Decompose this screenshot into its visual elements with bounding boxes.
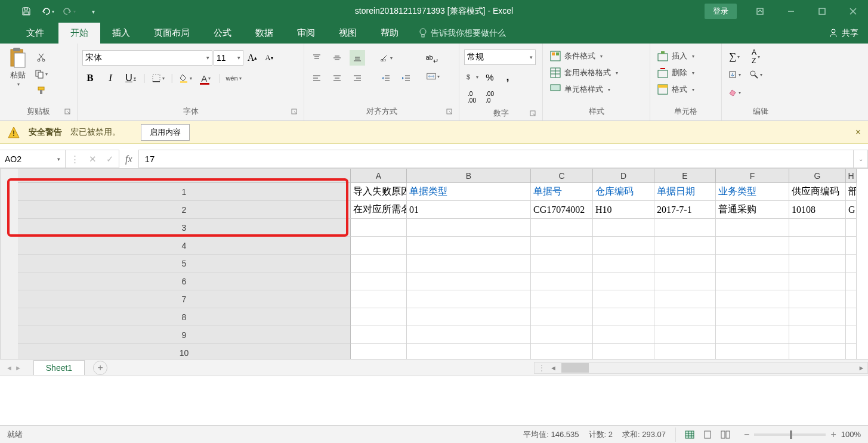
cell[interactable]: 普通采购 xyxy=(716,201,789,219)
cell[interactable] xyxy=(789,308,846,326)
scroll-right-icon[interactable]: ► xyxy=(855,364,867,371)
format-painter-icon[interactable] xyxy=(33,83,49,98)
number-dialog-icon[interactable] xyxy=(529,109,536,116)
cell[interactable] xyxy=(716,326,789,344)
select-all-corner[interactable] xyxy=(18,169,351,183)
autosum-icon[interactable]: ∑▾ xyxy=(727,49,742,64)
cell[interactable]: 2017-7-1 xyxy=(654,201,716,219)
row-header[interactable]: 10 xyxy=(18,344,351,360)
tab-data[interactable]: 数据 xyxy=(243,23,285,44)
wrap-text-icon[interactable]: ab↵ xyxy=(421,49,443,65)
cell[interactable] xyxy=(846,255,857,272)
cell[interactable] xyxy=(407,290,531,308)
conditional-formatting-button[interactable]: 条件格式▾ xyxy=(548,48,605,64)
undo-icon[interactable]: ▾ xyxy=(39,3,56,20)
cell[interactable]: 导入失败原因 xyxy=(351,183,407,201)
cell[interactable] xyxy=(351,237,407,255)
sheet-nav-first-icon[interactable]: ◄ xyxy=(6,364,13,371)
cell[interactable] xyxy=(593,290,654,308)
increase-decimal-icon[interactable]: .0.00 xyxy=(464,89,480,105)
cell[interactable]: 在对应所需名称或序数的集合中，未找到项目。 xyxy=(351,201,407,219)
cell[interactable] xyxy=(654,255,716,272)
close-icon[interactable] xyxy=(838,0,868,23)
cell[interactable] xyxy=(531,255,593,272)
sort-filter-icon[interactable]: AZ▾ xyxy=(748,49,764,64)
font-name-combo[interactable]: 宋体▾ xyxy=(82,50,212,66)
tab-insert[interactable]: 插入 xyxy=(100,23,142,44)
row-header[interactable]: 9 xyxy=(18,326,351,344)
normal-view-icon[interactable] xyxy=(681,427,699,442)
cell[interactable] xyxy=(593,272,654,290)
paste-button[interactable]: 粘贴 ▾ xyxy=(5,46,31,88)
page-layout-view-icon[interactable] xyxy=(699,427,716,442)
font-dialog-icon[interactable] xyxy=(291,107,298,114)
insert-cells-button[interactable]: 插入▾ xyxy=(655,48,697,64)
cell[interactable] xyxy=(407,272,531,290)
row-header[interactable]: 8 xyxy=(18,308,351,326)
cell[interactable] xyxy=(593,237,654,255)
orientation-icon[interactable]: ab▾ xyxy=(378,50,394,66)
decrease-decimal-icon[interactable]: .00.0 xyxy=(482,89,498,105)
cell[interactable] xyxy=(654,237,716,255)
cell-styles-button[interactable]: 单元格样式▾ xyxy=(548,82,613,97)
cell[interactable] xyxy=(531,272,593,290)
col-header[interactable]: A xyxy=(351,169,407,183)
sheet-nav-last-icon[interactable]: ► xyxy=(15,364,21,371)
cell[interactable] xyxy=(846,308,857,326)
cut-icon[interactable] xyxy=(33,49,49,65)
copy-icon[interactable]: ▾ xyxy=(33,66,49,82)
tab-view[interactable]: 视图 xyxy=(327,23,369,44)
clear-icon[interactable]: ▾ xyxy=(727,85,742,100)
cell[interactable] xyxy=(716,255,789,272)
maximize-icon[interactable] xyxy=(807,0,837,23)
cell[interactable] xyxy=(593,344,654,360)
find-select-icon[interactable]: ▾ xyxy=(748,67,764,82)
tab-help[interactable]: 帮助 xyxy=(369,23,410,44)
cell[interactable] xyxy=(351,255,407,272)
bold-button[interactable]: B xyxy=(82,70,98,86)
italic-button[interactable]: I xyxy=(103,70,118,86)
cell[interactable]: 部门编码 xyxy=(846,183,857,201)
zoom-level[interactable]: 100% xyxy=(841,430,861,439)
minimize-icon[interactable] xyxy=(776,0,806,23)
cell[interactable] xyxy=(789,272,846,290)
align-middle-icon[interactable] xyxy=(329,50,345,66)
row-header[interactable]: 2 xyxy=(18,201,351,219)
fill-color-icon[interactable]: ▾ xyxy=(178,70,193,86)
cell[interactable] xyxy=(531,290,593,308)
cancel-formula-icon[interactable]: ✕ xyxy=(89,154,97,165)
increase-font-icon[interactable]: A▴ xyxy=(245,50,260,66)
cell[interactable] xyxy=(789,290,846,308)
cell[interactable]: 业务类型 xyxy=(716,183,789,201)
cell[interactable]: CG17074002 xyxy=(531,201,593,219)
align-dialog-icon[interactable] xyxy=(446,107,453,114)
cell[interactable] xyxy=(846,219,857,237)
cell[interactable]: 单据类型 xyxy=(407,183,531,201)
fx-label[interactable]: fx xyxy=(119,150,139,168)
cell[interactable] xyxy=(351,326,407,344)
spreadsheet-grid[interactable]: A B C D E F G H 1 导入失败原因 单据类型 单据号 仓库编码 单… xyxy=(0,169,868,360)
cell[interactable] xyxy=(351,290,407,308)
cell[interactable] xyxy=(531,308,593,326)
col-header[interactable]: D xyxy=(593,169,654,183)
cell[interactable]: 供应商编码 xyxy=(789,183,846,201)
col-header[interactable]: F xyxy=(716,169,789,183)
cell[interactable]: 单据号 xyxy=(531,183,593,201)
cell[interactable] xyxy=(716,237,789,255)
format-as-table-button[interactable]: 套用表格格式▾ xyxy=(548,65,620,80)
cell[interactable]: 单据日期 xyxy=(654,183,716,201)
tab-file[interactable]: 文件 xyxy=(12,23,58,44)
cell[interactable] xyxy=(351,272,407,290)
cell[interactable] xyxy=(789,326,846,344)
enable-content-button[interactable]: 启用内容 xyxy=(141,124,190,141)
cell[interactable] xyxy=(407,308,531,326)
cell[interactable] xyxy=(654,272,716,290)
comma-icon[interactable]: , xyxy=(500,69,515,85)
scroll-thumb[interactable] xyxy=(561,363,589,373)
align-center-icon[interactable] xyxy=(329,70,345,86)
cell[interactable]: 01 xyxy=(407,201,531,219)
tell-me-search[interactable]: 告诉我你想要做什么 xyxy=(410,23,514,44)
save-icon[interactable] xyxy=(18,3,35,20)
cell[interactable] xyxy=(531,219,593,237)
tab-formula[interactable]: 公式 xyxy=(202,23,243,44)
